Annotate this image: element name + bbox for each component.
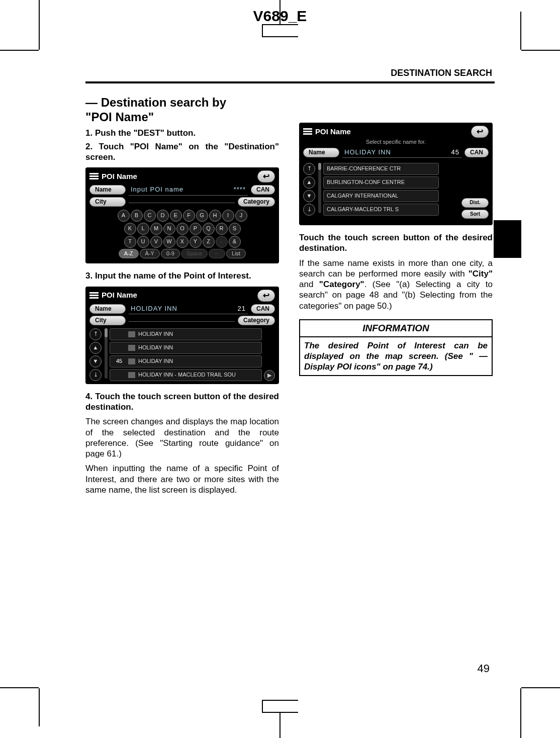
key-h[interactable]: H bbox=[209, 210, 221, 222]
key-q[interactable]: Q bbox=[203, 223, 215, 235]
right-column: POI Name ↩ Select specific name for. Nam… bbox=[299, 96, 493, 499]
scroll-bottom-button[interactable]: ⤓ bbox=[303, 204, 315, 216]
key-j[interactable]: J bbox=[235, 210, 247, 222]
dist-button[interactable]: Dist. bbox=[461, 198, 489, 208]
list-item[interactable]: HOLIDAY INN bbox=[110, 342, 262, 354]
category-button[interactable]: Category bbox=[238, 316, 275, 325]
key-b[interactable]: B bbox=[131, 210, 143, 222]
list-item[interactable]: CALGARY INTERNATIONAL bbox=[323, 190, 439, 202]
sort-button[interactable]: Sort bbox=[461, 210, 489, 219]
screenshot-poi-specific: POI Name ↩ Select specific name for. Nam… bbox=[299, 123, 493, 225]
section-title: — Destination search by "POI Name" bbox=[85, 96, 279, 125]
information-box: INFORMATION The desired Point of Interes… bbox=[299, 319, 493, 377]
scroll-up-button[interactable]: ▲ bbox=[303, 176, 315, 189]
mode-num-button[interactable]: 0-9 bbox=[161, 249, 180, 259]
key-t[interactable]: T bbox=[124, 236, 136, 248]
city-button[interactable]: City bbox=[89, 316, 126, 325]
name-value: HOLIDAY INN bbox=[344, 148, 391, 156]
city-input[interactable] bbox=[129, 201, 235, 203]
step-1: 1. Push the "DEST" button. bbox=[85, 128, 279, 138]
list-item[interactable]: HOLIDAY INN - MACLEOD TRAIL SOU bbox=[110, 369, 262, 381]
region-button[interactable]: CAN bbox=[251, 185, 275, 195]
scroll-top-button[interactable]: ⤒ bbox=[89, 328, 102, 340]
key-e[interactable]: E bbox=[170, 210, 182, 222]
key-o[interactable]: O bbox=[176, 223, 189, 235]
key-i[interactable]: I bbox=[222, 210, 234, 222]
list-item-label: HOLIDAY INN bbox=[138, 358, 173, 365]
scroll-up-button[interactable]: ▲ bbox=[89, 342, 102, 354]
section-title-line2: "POI Name" bbox=[85, 110, 154, 124]
screenshot-poi-keyboard: POI Name ↩ Name Input POI name **** CAN … bbox=[85, 167, 279, 263]
right-instruction: Touch the touch screen button of the des… bbox=[299, 232, 493, 254]
list-item[interactable]: CALGARY-MACLEOD TRL S bbox=[323, 204, 439, 216]
step-2: 2. Touch "POI Name" on the "Destination"… bbox=[85, 141, 279, 163]
key-x[interactable]: X bbox=[176, 236, 189, 248]
back-button[interactable]: ↩ bbox=[257, 170, 275, 182]
key--[interactable]: - bbox=[216, 236, 228, 248]
city-button[interactable]: City bbox=[89, 197, 126, 207]
mode-az-button[interactable]: A-Z bbox=[119, 249, 139, 259]
key-r[interactable]: R bbox=[216, 223, 228, 235]
list-button[interactable]: List bbox=[226, 249, 246, 259]
name-input[interactable]: Input POI name **** bbox=[129, 185, 248, 195]
scroll-top-button[interactable]: ⤒ bbox=[303, 163, 315, 175]
name-button[interactable]: Name bbox=[89, 185, 126, 195]
key-a[interactable]: A bbox=[118, 210, 130, 222]
scroll-bottom-button[interactable]: ⤓ bbox=[89, 369, 102, 381]
key-f[interactable]: F bbox=[183, 210, 195, 222]
list-item[interactable]: BARRIE-CONFERENCE CTR bbox=[323, 163, 439, 175]
screenshot-poi-results: POI Name ↩ Name HOLIDAY INN 21 CAN City … bbox=[85, 287, 279, 384]
list-item-label: HOLIDAY INN - MACLEOD TRAIL SOU bbox=[138, 372, 236, 379]
screen-title: POI Name bbox=[102, 291, 254, 300]
key-u[interactable]: U bbox=[137, 236, 149, 248]
key-m[interactable]: M bbox=[150, 223, 162, 235]
key-&[interactable]: & bbox=[229, 236, 241, 248]
step-3: 3. Input the name of the Point of Intere… bbox=[85, 270, 279, 281]
doc-code: V689_E bbox=[0, 8, 560, 25]
backspace-button[interactable]: ← bbox=[209, 249, 225, 259]
list-item[interactable]: 45HOLIDAY INN bbox=[110, 355, 262, 367]
list-item-label: HOLIDAY INN bbox=[138, 331, 173, 338]
list-item-label: BARRIE-CONFERENCE CTR bbox=[327, 165, 401, 172]
key-z[interactable]: Z bbox=[203, 236, 215, 248]
key-n[interactable]: N bbox=[163, 223, 175, 235]
list-item[interactable]: BURLINGTON-CONF CENTRE bbox=[323, 176, 439, 189]
key-w[interactable]: W bbox=[163, 236, 175, 248]
list-item-label: CALGARY-MACLEOD TRL S bbox=[327, 206, 399, 213]
next-page-button[interactable]: ▶ bbox=[264, 370, 275, 381]
key-c[interactable]: C bbox=[144, 210, 156, 222]
region-button[interactable]: CAN bbox=[464, 148, 489, 157]
scrollbar[interactable] bbox=[105, 328, 108, 379]
key-p[interactable]: P bbox=[190, 223, 202, 235]
name-input[interactable]: HOLIDAY INN 45 bbox=[342, 147, 461, 158]
key-s[interactable]: S bbox=[229, 223, 241, 235]
scroll-down-button[interactable]: ▼ bbox=[303, 190, 315, 202]
back-button[interactable]: ↩ bbox=[257, 290, 275, 302]
name-button[interactable]: Name bbox=[303, 148, 339, 157]
key-g[interactable]: G bbox=[196, 210, 208, 222]
mode-accent-button[interactable]: À-Ý bbox=[140, 249, 160, 259]
city-input[interactable] bbox=[129, 319, 235, 322]
scrollbar-thumb[interactable] bbox=[318, 163, 321, 170]
name-button[interactable]: Name bbox=[89, 304, 126, 314]
screen-subtitle: Select specific name for. bbox=[303, 139, 489, 146]
scrollbar-thumb[interactable] bbox=[105, 328, 108, 337]
region-button[interactable]: CAN bbox=[251, 304, 275, 314]
space-button[interactable]: Space bbox=[181, 249, 208, 259]
result-count: 21 bbox=[238, 305, 246, 313]
back-button[interactable]: ↩ bbox=[471, 126, 489, 138]
key-l[interactable]: L bbox=[137, 223, 149, 235]
key-y[interactable]: Y bbox=[190, 236, 202, 248]
scrollbar[interactable] bbox=[318, 163, 321, 213]
right-para: If the same name exists in more than one… bbox=[299, 258, 493, 311]
category-button[interactable]: Category bbox=[238, 197, 275, 207]
name-input[interactable]: HOLIDAY INN 21 bbox=[129, 304, 248, 314]
list-item[interactable]: HOLIDAY INN bbox=[110, 328, 262, 340]
key-d[interactable]: D bbox=[157, 210, 169, 222]
scroll-down-button[interactable]: ▼ bbox=[89, 355, 102, 367]
list-item-label: CALGARY INTERNATIONAL bbox=[327, 193, 398, 200]
key-k[interactable]: K bbox=[124, 223, 136, 235]
key-v[interactable]: V bbox=[150, 236, 162, 248]
poi-category-icon bbox=[128, 372, 135, 378]
poi-category-icon bbox=[128, 345, 135, 351]
